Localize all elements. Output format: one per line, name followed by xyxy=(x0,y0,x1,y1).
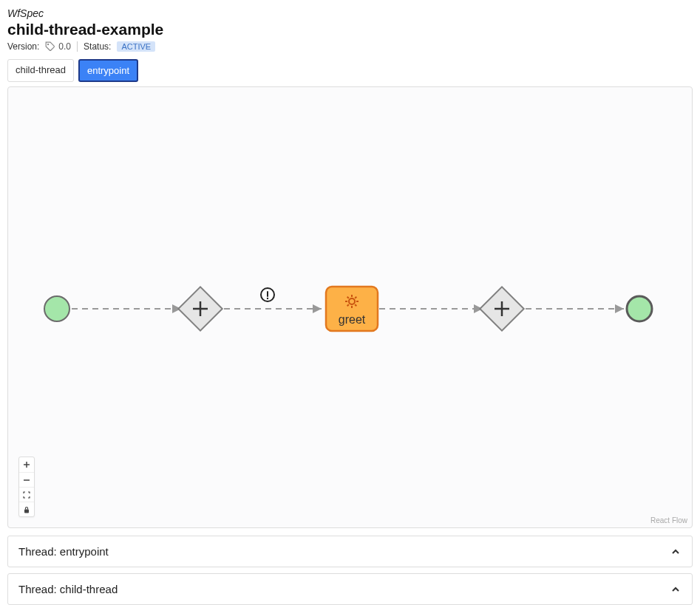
version-number: 0.0 xyxy=(58,41,71,52)
meta-divider xyxy=(77,41,78,52)
zoom-controls xyxy=(18,457,35,517)
page-title: child-thread-example xyxy=(7,21,693,38)
spec-type-label: WfSpec xyxy=(7,7,693,19)
version-value: 0.0 xyxy=(45,41,71,52)
tag-icon xyxy=(45,41,55,52)
tab-child-thread[interactable]: child-thread xyxy=(7,59,74,82)
status-badge: ACTIVE xyxy=(117,41,155,52)
flow-svg: greet xyxy=(8,87,692,527)
exclamation-icon xyxy=(261,288,274,301)
fit-view-button[interactable] xyxy=(19,487,34,502)
lock-button[interactable] xyxy=(19,502,34,516)
header: WfSpec child-thread-example Version: 0.0… xyxy=(7,7,693,52)
version-label: Version: xyxy=(7,41,39,52)
status-label: Status: xyxy=(84,41,111,52)
reactflow-attribution: React Flow xyxy=(650,516,687,524)
gateway-node-1[interactable] xyxy=(178,287,222,330)
accordion-label: Thread: entrypoint xyxy=(18,545,109,558)
chevron-up-icon xyxy=(670,546,682,558)
zoom-in-button[interactable] xyxy=(19,457,34,472)
plus-icon xyxy=(23,461,30,468)
end-node[interactable] xyxy=(627,296,652,321)
lock-icon xyxy=(23,506,30,513)
svg-point-0 xyxy=(48,44,49,45)
accordion-item-child-thread[interactable]: Thread: child-thread xyxy=(7,573,693,605)
gateway-node-2[interactable] xyxy=(480,287,523,330)
start-node[interactable] xyxy=(44,296,69,321)
accordion-item-entrypoint[interactable]: Thread: entrypoint xyxy=(7,536,693,567)
thread-accordion: Thread: entrypoint Thread: child-thread xyxy=(7,536,693,605)
minus-icon xyxy=(23,476,30,484)
svg-point-6 xyxy=(267,298,268,299)
accordion-label: Thread: child-thread xyxy=(18,583,118,595)
task-label: greet xyxy=(339,313,366,326)
meta-row: Version: 0.0 Status: ACTIVE xyxy=(7,41,693,52)
chevron-up-icon xyxy=(670,584,682,595)
svg-rect-23 xyxy=(24,509,29,513)
tab-entrypoint[interactable]: entrypoint xyxy=(78,59,138,82)
task-node-greet[interactable]: greet xyxy=(326,287,378,331)
fit-icon xyxy=(23,491,30,499)
flow-canvas[interactable]: greet React Flow xyxy=(7,86,693,528)
thread-tabs: child-thread entrypoint xyxy=(7,59,693,82)
zoom-out-button[interactable] xyxy=(19,472,34,487)
